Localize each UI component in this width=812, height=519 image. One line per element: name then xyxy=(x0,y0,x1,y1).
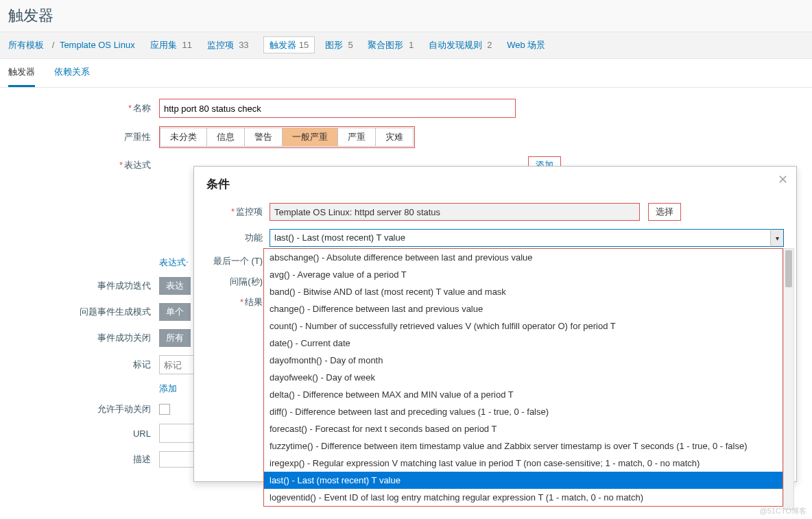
page-title: 触发器 xyxy=(0,0,812,32)
function-option[interactable]: delta() - Difference between MAX and MIN… xyxy=(264,386,783,403)
function-dropdown[interactable]: abschange() - Absolute difference betwee… xyxy=(263,248,783,487)
breadcrumb-root[interactable]: 所有模板 xyxy=(8,40,44,50)
function-option[interactable]: change() - Difference between last and p… xyxy=(264,300,783,317)
function-option[interactable]: diff() - Difference between last and pre… xyxy=(264,403,783,420)
function-option[interactable]: forecast() - Forecast for next t seconds… xyxy=(264,420,783,437)
dropdown-scrollbar[interactable] xyxy=(783,248,794,487)
problem-mode-label: 问题事件生成模式 xyxy=(80,306,151,317)
name-label: 名称 xyxy=(133,103,151,113)
select-item-button[interactable]: 选择 xyxy=(648,203,681,221)
function-option[interactable]: dayofmonth() - Day of month xyxy=(264,352,783,369)
function-option[interactable]: count() - Number of successfully retriev… xyxy=(264,317,783,335)
sev-info[interactable]: 信息 xyxy=(206,128,245,147)
bc-appset[interactable]: 应用集 xyxy=(150,40,177,50)
bc-discovery-count: 2 xyxy=(487,40,492,50)
function-option-selected[interactable]: last() - Last (most recent) T value xyxy=(264,472,783,487)
bc-web[interactable]: Web 场景 xyxy=(507,40,545,50)
tab-dependencies[interactable]: 依赖关系 xyxy=(54,59,90,85)
url-label: URL xyxy=(133,429,151,439)
ok-event-label: 事件成功迭代 xyxy=(97,280,151,291)
manual-close-checkbox[interactable] xyxy=(159,404,170,415)
sub-tabs: 触发器 依赖关系 xyxy=(0,59,812,88)
bc-items[interactable]: 监控项 xyxy=(207,40,234,50)
function-option[interactable]: abschange() - Absolute difference betwee… xyxy=(264,249,783,266)
chevron-down-icon[interactable]: ▾ xyxy=(770,229,784,247)
close-icon[interactable]: ✕ xyxy=(778,172,788,187)
last-t-label: 最后一个 (T) xyxy=(213,256,263,266)
name-input[interactable] xyxy=(159,99,516,118)
bc-discovery[interactable]: 自动发现规则 xyxy=(429,40,482,50)
ok-event-button[interactable]: 表达 xyxy=(159,277,191,295)
expression-constructor-link[interactable]: 表达式ᐧ xyxy=(159,256,188,269)
function-select[interactable]: last() - Last (most recent) T value ▾ xyxy=(270,229,784,247)
sev-average[interactable]: 一般严重 xyxy=(282,128,338,147)
expression-label: 表达式 xyxy=(124,160,151,170)
sev-high[interactable]: 严重 xyxy=(337,128,376,147)
sev-disaster[interactable]: 灾难 xyxy=(375,128,414,147)
function-option[interactable]: date() - Current date xyxy=(264,335,783,352)
breadcrumb-template[interactable]: Template OS Linux xyxy=(60,40,135,50)
bc-triggers[interactable]: 触发器 15 xyxy=(263,36,315,53)
severity-group: 未分类 信息 警告 一般严重 严重 灾难 xyxy=(159,126,415,148)
bc-graphs-count: 5 xyxy=(348,40,353,50)
description-label: 描述 xyxy=(133,454,151,464)
breadcrumb: 所有模板 / Template OS Linux 应用集 11 监控项 33 触… xyxy=(0,32,812,59)
item-label: 监控项 xyxy=(236,206,263,217)
tab-triggers[interactable]: 触发器 xyxy=(8,59,35,87)
severity-label: 严重性 xyxy=(124,132,151,142)
bc-screens-count: 1 xyxy=(409,40,414,50)
function-option[interactable]: fuzzytime() - Difference between item ti… xyxy=(264,437,783,455)
function-selected-value: last() - Last (most recent) T value xyxy=(270,229,784,247)
function-label: 功能 xyxy=(245,232,263,243)
manual-close-label: 允许手动关闭 xyxy=(97,404,151,414)
bc-graphs[interactable]: 图形 xyxy=(325,40,343,50)
bc-appset-count: 11 xyxy=(182,40,191,50)
item-input[interactable] xyxy=(270,203,640,221)
tags-label: 标记 xyxy=(133,359,151,370)
dropdown-scroll-thumb[interactable] xyxy=(785,250,792,287)
sev-not-classified[interactable]: 未分类 xyxy=(160,128,207,147)
modal-title: 条件 xyxy=(206,176,784,192)
sev-warning[interactable]: 警告 xyxy=(244,128,283,147)
ok-close-button[interactable]: 所有 xyxy=(159,329,191,347)
tag-add-link[interactable]: 添加 xyxy=(159,383,177,395)
function-option[interactable]: iregexp() - Regular expression V matchin… xyxy=(264,455,783,472)
problem-mode-button[interactable]: 单个 xyxy=(159,303,191,321)
function-option[interactable]: dayofweek() - Day of week xyxy=(264,369,783,386)
bc-items-count: 33 xyxy=(239,40,248,50)
result-label: 结果 xyxy=(245,297,263,307)
ok-close-label: 事件成功关闭 xyxy=(97,333,151,343)
function-option[interactable]: band() - Bitwise AND of last (most recen… xyxy=(264,283,783,300)
bc-screens[interactable]: 聚合图形 xyxy=(368,40,403,50)
interval-label: 间隔(秒) xyxy=(230,276,263,287)
function-option[interactable]: avg() - Average value of a period T xyxy=(264,266,783,283)
